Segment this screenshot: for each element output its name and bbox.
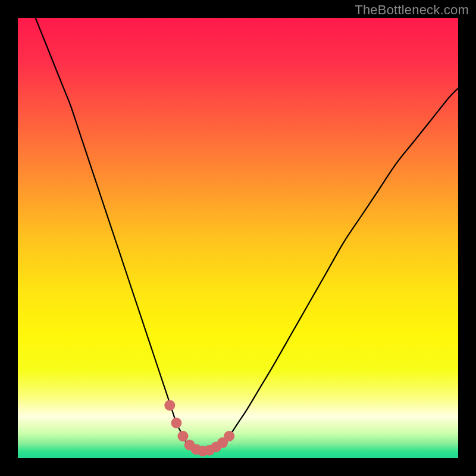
highlight-dot [171,418,181,428]
plot-area [18,18,458,458]
chart-frame: TheBottleneck.com [0,0,476,476]
highlight-dot [164,400,175,411]
highlight-dot [224,431,234,441]
watermark-text: TheBottleneck.com [355,2,469,18]
bottleneck-curve [18,18,458,458]
highlight-dot [178,431,189,441]
